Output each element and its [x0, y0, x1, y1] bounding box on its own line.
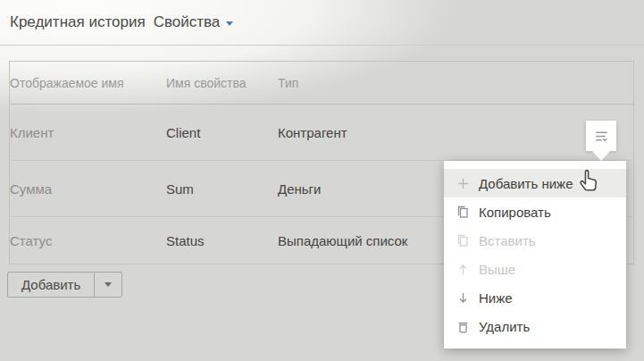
- list-menu-icon: [593, 128, 609, 144]
- add-split-button: Добавить: [7, 272, 122, 298]
- menu-item-add-below[interactable]: Добавить ниже: [444, 169, 626, 197]
- plus-icon: [456, 176, 471, 191]
- header-divider: [0, 45, 644, 46]
- caret-down-icon: [105, 282, 112, 287]
- cell-display-name: Клиент: [10, 125, 166, 140]
- menu-item-delete[interactable]: Удалить: [444, 312, 626, 340]
- menu-item-label: Вставить: [479, 233, 536, 248]
- arrow-down-icon: [456, 290, 471, 306]
- table-row[interactable]: Клиент Client Контрагент: [10, 105, 633, 161]
- column-header-display-name: Отображаемое имя: [10, 76, 166, 90]
- menu-item-paste: Вставить: [444, 226, 626, 255]
- caret-down-icon: [226, 21, 233, 26]
- properties-dropdown-label: Свойства: [154, 13, 221, 31]
- cell-property-name: Sum: [166, 181, 278, 197]
- menu-item-label: Удалить: [479, 319, 530, 334]
- menu-item-label: Добавить ниже: [479, 176, 573, 191]
- menu-item-label: Выше: [479, 262, 515, 277]
- menu-item-copy[interactable]: Копировать: [444, 197, 626, 226]
- properties-dropdown[interactable]: Свойства: [154, 13, 234, 31]
- cell-property-name: Client: [166, 125, 278, 140]
- trash-icon: [456, 319, 471, 334]
- menu-item-label: Ниже: [479, 290, 513, 306]
- copy-icon: [456, 205, 471, 220]
- cell-display-name: Сумма: [10, 181, 166, 197]
- add-button[interactable]: Добавить: [7, 272, 95, 298]
- cell-property-name: Status: [166, 233, 278, 248]
- page-title: Кредитная история: [10, 13, 146, 31]
- paste-icon: [456, 233, 471, 248]
- menu-item-label: Копировать: [479, 205, 551, 220]
- menu-item-move-up: Выше: [444, 255, 626, 283]
- row-context-menu: Добавить ниже Копировать Вставить: [444, 161, 626, 348]
- table-header-row: Отображаемое имя Имя свойства Тип: [10, 62, 633, 105]
- cell-display-name: Статус: [10, 233, 166, 248]
- cell-type: Контрагент: [278, 125, 633, 140]
- properties-page: Кредитная история Свойства Отображаемое …: [0, 0, 644, 361]
- arrow-up-icon: [456, 262, 471, 277]
- column-header-property-name: Имя свойства: [166, 76, 278, 90]
- column-header-type: Тип: [278, 76, 633, 90]
- add-dropdown-button[interactable]: [95, 272, 122, 298]
- menu-anchor-notch: [592, 151, 610, 161]
- topbar: Кредитная история Свойства: [0, 0, 644, 45]
- menu-item-move-down[interactable]: Ниже: [444, 283, 626, 312]
- row-actions-button[interactable]: [586, 121, 616, 151]
